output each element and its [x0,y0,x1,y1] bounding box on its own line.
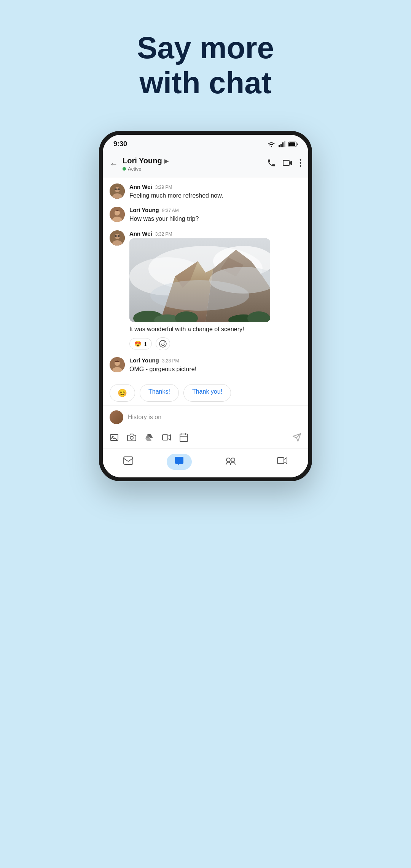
svg-rect-53 [124,457,133,464]
status-bar: 9:30 [103,135,308,151]
avatar [110,357,125,372]
message-content: Lori Young 9:37 AM How was your hiking t… [129,207,301,223]
contact-name[interactable]: Lori Young ▶ [123,156,262,165]
svg-rect-5 [289,142,295,146]
wifi-icon [267,141,276,147]
avatar [110,207,125,222]
calendar-button[interactable] [180,433,188,444]
contact-info: Lori Young ▶ Active [123,156,262,172]
svg-rect-23 [118,235,120,237]
header-actions [267,158,301,170]
drive-button[interactable] [145,433,154,444]
sender-name: Ann Wei [129,183,152,190]
message-time: 3:28 PM [162,358,179,364]
message-text: OMG - gorgeous picture! [129,365,301,373]
svg-point-7 [300,159,301,161]
svg-point-55 [231,458,235,462]
svg-rect-22 [115,235,117,237]
back-button[interactable]: ← [110,159,118,169]
hero-line2: with chat [137,65,274,101]
chat-header: ← Lori Young ▶ Active [103,151,308,177]
status-time: 9:30 [113,140,127,148]
message-meta: Lori Young 3:28 PM [129,357,301,364]
svg-point-46 [112,436,114,437]
reaction-pill[interactable]: 😍 1 [129,338,152,349]
svg-point-54 [226,458,230,462]
nav-item-spaces[interactable] [218,454,244,470]
nav-item-meet[interactable] [269,454,295,469]
message-content: Lori Young 3:28 PM OMG - gorgeous pictur… [129,357,301,373]
reaction-emoji: 😍 [134,340,142,347]
svg-rect-3 [284,141,285,147]
message-text: Feeling much more refreshed now. [129,191,301,200]
send-button[interactable] [292,433,301,444]
video-call-button[interactable] [283,158,293,170]
quick-reply-thanks[interactable]: Thanks! [140,384,179,402]
status-icons [267,141,298,147]
message-text: How was your hiking trip? [129,215,301,223]
chat-icon [174,456,184,468]
message-meta: Ann Wei 3:32 PM [129,230,301,237]
message-row: Ann Wei 3:29 PM Feeling much more refres… [110,183,301,200]
sender-name: Ann Wei [129,230,152,237]
svg-rect-0 [279,145,280,147]
message-time: 3:29 PM [155,185,172,190]
quick-replies: 😊 Thanks! Thank you! [103,380,308,405]
nav-item-chat[interactable] [167,454,192,470]
add-reaction-button[interactable] [156,337,170,350]
message-content: Ann Wei 3:29 PM Feeling much more refres… [129,183,301,200]
toolbar [103,429,308,448]
quick-reply-thankyou[interactable]: Thank you! [183,384,231,402]
chat-area: Ann Wei 3:29 PM Feeling much more refres… [103,177,308,380]
meet-icon [277,456,288,467]
input-avatar [110,410,123,424]
status-dot-indicator [123,167,126,171]
hero-line1: Say more [137,30,274,65]
message-meta: Lori Young 9:37 AM [129,207,301,213]
svg-rect-48 [162,435,168,440]
bottom-nav [103,448,308,477]
message-image [129,238,270,322]
spaces-icon [225,456,236,468]
phone-wrapper: 9:30 [99,131,312,481]
contact-status: Active [123,166,262,172]
svg-point-8 [300,162,301,164]
hero-section: Say more with chat [137,30,274,101]
svg-rect-14 [115,188,117,190]
avatar [110,230,125,246]
message-time: 9:37 AM [162,208,179,213]
svg-point-47 [130,436,133,439]
message-content: Ann Wei 3:32 PM [129,230,301,350]
svg-point-40 [162,343,162,344]
svg-point-9 [300,165,301,167]
camera-button[interactable] [127,433,136,444]
svg-rect-49 [180,434,188,442]
message-row: Ann Wei 3:32 PM [110,230,301,350]
svg-point-39 [159,340,166,347]
svg-point-41 [164,343,164,344]
phone-call-button[interactable] [267,158,276,170]
reaction-count: 1 [144,341,147,347]
nav-item-mail[interactable] [116,454,141,469]
toolbar-icons [110,433,285,444]
quick-reply-emoji[interactable]: 😊 [110,384,135,402]
sender-name: Lori Young [129,357,159,364]
message-text: It was wonderful with a change of scener… [129,325,301,333]
signal-icon [279,141,285,147]
phone-screen: 9:30 [103,135,308,477]
mail-icon [123,456,133,467]
more-options-button[interactable] [299,159,301,169]
message-time: 3:32 PM [155,231,172,237]
svg-rect-6 [283,160,289,166]
message-row: Lori Young 9:37 AM How was your hiking t… [110,207,301,223]
video-attach-button[interactable] [162,433,171,444]
image-attach-button[interactable] [110,433,119,444]
message-row: Lori Young 3:28 PM OMG - gorgeous pictur… [110,357,301,373]
avatar [110,183,125,199]
history-bar: History is on [103,405,308,429]
contact-name-arrow: ▶ [164,158,169,164]
svg-rect-1 [280,144,282,147]
sender-name: Lori Young [129,207,159,213]
history-text: History is on [128,414,161,421]
svg-rect-56 [277,458,284,464]
